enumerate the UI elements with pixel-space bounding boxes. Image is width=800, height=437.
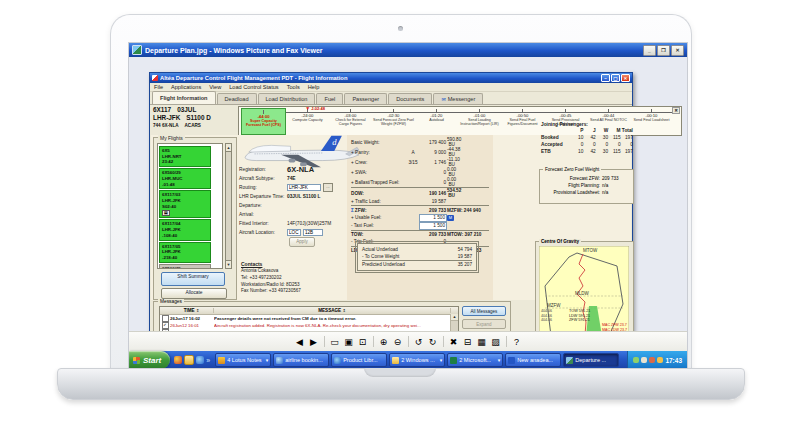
message-action-button[interactable]: All Messages bbox=[462, 306, 506, 316]
tab[interactable]: Passenger bbox=[344, 93, 387, 104]
altea-minimize-button[interactable]: – bbox=[601, 74, 610, 82]
menu-item[interactable]: Load Control Status bbox=[229, 84, 278, 90]
my-flights-scrollbar[interactable]: ▲ ▼ bbox=[225, 143, 232, 269]
minimize-button[interactable]: _ bbox=[643, 45, 656, 56]
quick-launch-icon[interactable] bbox=[174, 356, 182, 364]
tray-clock: 17:43 bbox=[665, 357, 682, 364]
registration-label: Registration: bbox=[239, 167, 287, 172]
passenger-row: Accepted 0 0 0 0 0 bbox=[541, 142, 633, 149]
taskbar-window-button[interactable]: 2 Windows ... ▾ bbox=[389, 353, 445, 367]
contact-fax: Fax Number: +33 497230567 bbox=[241, 288, 301, 295]
shift-summary-button[interactable]: Shift Summary bbox=[161, 272, 225, 286]
altea-close-button[interactable]: ✕ bbox=[621, 74, 630, 82]
message-row[interactable]: 26Jun17 16:02 Passenger details were not… bbox=[160, 315, 458, 322]
menu-item[interactable]: Applications bbox=[171, 84, 201, 90]
joining-passengers: Joining Passengers: P J W M Total bbox=[541, 122, 633, 156]
message-action-button[interactable]: Expand bbox=[462, 319, 506, 329]
taskbar-window-icon bbox=[276, 357, 283, 364]
tray-icon[interactable] bbox=[633, 357, 639, 363]
scroll-down-icon[interactable]: ▼ bbox=[226, 260, 231, 268]
taskbar-window-button[interactable]: airline bookin... bbox=[273, 353, 329, 367]
weight-row: + SWA: 0 0.00 BU bbox=[351, 167, 489, 177]
restore-button[interactable]: ❐ bbox=[657, 45, 670, 56]
weight-row: DOW: 190 146 534.52 BU bbox=[351, 187, 489, 198]
edit-icon[interactable]: ▨ bbox=[489, 335, 503, 349]
taskbar-window-button[interactable]: 4 Lotus Notes ▾ bbox=[215, 353, 271, 367]
routing-input[interactable] bbox=[287, 184, 321, 191]
taskbar-window-icon bbox=[450, 357, 457, 364]
system-tray: 17:43 bbox=[627, 351, 687, 369]
save-icon[interactable]: ▦ bbox=[475, 335, 489, 349]
message-checkbox[interactable] bbox=[162, 315, 169, 322]
taskbar-window-icon bbox=[508, 357, 515, 364]
zoom-in-icon[interactable]: ⊕ bbox=[377, 335, 391, 349]
tab[interactable]: Load Distribution bbox=[258, 93, 316, 104]
timeline-close-icon[interactable]: ✖ bbox=[672, 107, 680, 114]
menu-item[interactable]: File bbox=[154, 84, 163, 90]
messages-title: Messages bbox=[158, 299, 184, 304]
tab[interactable]: Documents bbox=[388, 93, 432, 104]
tray-icon[interactable] bbox=[657, 357, 663, 363]
taskbar-window-icon bbox=[566, 357, 573, 364]
milestone: -02:30 Send Forecast Zero Fuel Weight (F… bbox=[372, 108, 415, 135]
menu-item[interactable]: Tools bbox=[287, 84, 300, 90]
messenger-icon: ✉ bbox=[441, 96, 445, 102]
weight-value: 1 500 bbox=[419, 222, 447, 230]
menu-item[interactable]: Help bbox=[308, 84, 320, 90]
tab[interactable]: ✉ Messenger bbox=[433, 93, 483, 104]
zoom-out-icon[interactable]: ⊖ bbox=[391, 335, 405, 349]
delete-icon[interactable]: ✖ bbox=[447, 335, 461, 349]
print-icon[interactable]: ⊟ bbox=[461, 335, 475, 349]
laptop-screen: Departure Plan.jpg - Windows Picture and… bbox=[128, 42, 688, 370]
allocate-button[interactable]: Allocate bbox=[161, 288, 227, 299]
taskbar-group-chevron-icon: ▾ bbox=[498, 357, 501, 363]
scroll-up-icon[interactable]: ▲ bbox=[226, 144, 231, 152]
altea-maximize-button[interactable]: ▢ bbox=[611, 74, 620, 82]
previous-image-icon[interactable]: ◀ bbox=[293, 335, 307, 349]
contacts-block: Contacts Antonia Cokasova Tel: +33 49723… bbox=[241, 261, 301, 295]
location-type-input[interactable] bbox=[287, 229, 301, 236]
svg-text:d: d bbox=[332, 137, 337, 147]
tab[interactable]: Deadload bbox=[217, 93, 257, 104]
rotate-cw-icon[interactable]: ↻ bbox=[426, 335, 440, 349]
message-row[interactable]: ✔ 26Jun12 16:01 Aircraft registration ad… bbox=[160, 322, 458, 329]
flight-card[interactable]: 6X560/29 LHR-MUC -57:48 bbox=[159, 264, 211, 269]
tab[interactable]: Fuel bbox=[316, 93, 343, 104]
rotate-ccw-icon[interactable]: ↺ bbox=[412, 335, 426, 349]
flight-card[interactable]: 6X5 LHR-NRT 23:42 bbox=[159, 146, 211, 167]
routing-more-button[interactable]: ... bbox=[323, 183, 333, 192]
next-image-icon[interactable]: ▶ bbox=[307, 335, 321, 349]
quick-launch-icon[interactable] bbox=[196, 356, 204, 364]
flight-card[interactable]: 6X117/04 LHR-JFK -108:40 bbox=[159, 219, 211, 240]
menu-item[interactable]: View bbox=[209, 84, 221, 90]
flight-card[interactable]: 6X560/29 LHR-MUC -01:48 bbox=[159, 168, 211, 189]
actual-size-icon[interactable]: ▣ bbox=[342, 335, 356, 349]
taskbar-window-button[interactable]: Product Libr... bbox=[331, 353, 387, 367]
fuel-m-button[interactable]: M bbox=[447, 215, 454, 221]
taskbar-window-button[interactable]: New anadea... bbox=[505, 353, 561, 367]
tab[interactable]: Flight Information bbox=[152, 91, 216, 104]
flight-card[interactable]: 6X117/05 LHR-JFK -218:40 bbox=[159, 242, 211, 263]
departure-label: Departure: bbox=[239, 203, 287, 208]
milestone: -00:10 Send Final Loadsheet bbox=[630, 108, 673, 135]
tray-icon[interactable] bbox=[649, 357, 655, 363]
scroll-up-icon[interactable]: ▲ bbox=[451, 314, 458, 321]
slideshow-icon[interactable]: ⊡ bbox=[356, 335, 370, 349]
tray-icon[interactable] bbox=[641, 357, 647, 363]
apply-button[interactable]: Apply bbox=[289, 237, 315, 247]
taskbar-group-chevron-icon: ▾ bbox=[440, 357, 443, 363]
message-checkbox[interactable]: ✔ bbox=[162, 322, 169, 329]
location-input[interactable] bbox=[303, 229, 323, 236]
joining-passengers-title: Joining Passengers: bbox=[541, 122, 633, 127]
help-icon[interactable]: ? bbox=[510, 335, 524, 349]
quick-launch-icon[interactable] bbox=[184, 355, 194, 365]
flight-card[interactable]: 6X117/03 LHR-JFK S02:40 ▤ bbox=[159, 190, 211, 218]
windows-flag-icon bbox=[133, 357, 140, 364]
close-button[interactable]: ✕ bbox=[671, 45, 684, 56]
current-time-marker: ▼ J-02:48 bbox=[305, 106, 325, 111]
start-button[interactable]: Start bbox=[129, 351, 170, 369]
best-fit-icon[interactable]: ▭ bbox=[328, 335, 342, 349]
taskbar-window-button[interactable]: 2 Microsoft... ▾ bbox=[447, 353, 503, 367]
taskbar-window-button[interactable]: Departure ... bbox=[563, 353, 619, 367]
quick-launch-overflow-icon[interactable]: » bbox=[206, 357, 210, 364]
